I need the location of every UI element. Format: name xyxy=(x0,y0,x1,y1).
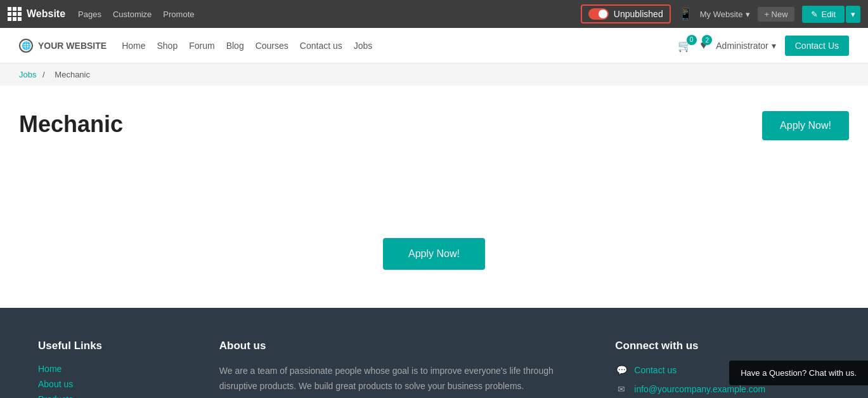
breadcrumb-jobs[interactable]: Jobs xyxy=(19,70,36,79)
admin-dropdown[interactable]: Administrator ▾ xyxy=(716,41,775,51)
apply-now-top-button[interactable]: Apply Now! xyxy=(762,111,849,140)
footer-links-list: Home About us Products Services Legal Co… xyxy=(38,364,181,398)
my-website-btn[interactable]: My Website ▾ xyxy=(700,10,751,19)
my-website-label: My Website xyxy=(700,10,743,19)
wishlist-badge: 2 xyxy=(702,35,712,45)
toggle-switch xyxy=(588,8,609,20)
chat-label: Have a Question? Chat with us. xyxy=(741,368,857,378)
site-logo-text: YOUR WEBSITE xyxy=(38,41,107,51)
footer-link-products[interactable]: Products xyxy=(38,394,181,398)
cart-badge: 0 xyxy=(687,35,697,45)
connect-email-link[interactable]: info@yourcompany.example.com xyxy=(634,384,765,394)
edit-label: Edit xyxy=(822,10,836,19)
connect-heading: Connect with us xyxy=(615,340,830,352)
nav-jobs[interactable]: Jobs xyxy=(354,41,373,51)
nav-blog[interactable]: Blog xyxy=(226,41,244,51)
breadcrumb-separator: / xyxy=(42,70,45,79)
admin-nav-promote[interactable]: Promote xyxy=(163,10,194,19)
admin-logo-text: Website xyxy=(27,8,65,20)
admin-nav-customize[interactable]: Customize xyxy=(113,10,152,19)
about-us-heading: About us xyxy=(219,340,578,352)
admin-label: Administrator xyxy=(716,41,768,51)
edit-dropdown-btn[interactable]: ▾ xyxy=(846,6,860,23)
useful-links-heading: Useful Links xyxy=(38,340,181,352)
footer-useful-links: Useful Links Home About us Products Serv… xyxy=(38,340,181,398)
site-menu: Home Shop Forum Blog Courses Contact us … xyxy=(122,41,677,51)
toggle-knob xyxy=(599,10,607,18)
unpublished-toggle[interactable]: Unpublished xyxy=(581,4,671,23)
nav-contact[interactable]: Contact us xyxy=(300,41,342,51)
pencil-icon: ✎ xyxy=(811,10,818,19)
admin-logo[interactable]: Website xyxy=(8,7,65,21)
job-title: Mechanic xyxy=(19,111,123,138)
footer-link-home[interactable]: Home xyxy=(38,364,181,374)
edit-btn[interactable]: ✎ Edit xyxy=(802,6,845,23)
site-actions: 🛒 0 ♥ 2 Administrator ▾ Contact Us xyxy=(678,36,849,56)
contact-us-button[interactable]: Contact Us xyxy=(785,36,849,56)
chat-icon: 💬 xyxy=(615,364,628,376)
footer-link-about[interactable]: About us xyxy=(38,379,181,389)
nav-courses[interactable]: Courses xyxy=(256,41,288,51)
apply-now-center-button[interactable]: Apply Now! xyxy=(383,238,485,270)
chat-widget[interactable]: Have a Question? Chat with us. xyxy=(729,361,868,385)
wishlist-icon[interactable]: ♥ 2 xyxy=(701,39,708,52)
email-icon: ✉ xyxy=(615,383,628,395)
site-logo[interactable]: 🌐 YOUR WEBSITE xyxy=(19,39,107,53)
nav-forum[interactable]: Forum xyxy=(189,41,214,51)
globe-icon: 🌐 xyxy=(19,39,33,53)
apply-center-section: Apply Now! xyxy=(0,225,868,308)
admin-nav-pages[interactable]: Pages xyxy=(78,10,101,19)
admin-bar: Website Pages Customize Promote Unpublis… xyxy=(0,0,868,28)
about-us-text1: We are a team of passionate people whose… xyxy=(219,364,578,394)
admin-nav: Pages Customize Promote xyxy=(78,10,194,19)
connect-contact-link[interactable]: Contact us xyxy=(634,365,677,375)
main-content: Mechanic Apply Now! xyxy=(0,86,868,225)
breadcrumb-current: Mechanic xyxy=(55,70,90,79)
new-label: + New xyxy=(764,10,787,19)
cart-icon[interactable]: 🛒 0 xyxy=(678,39,692,53)
nav-home[interactable]: Home xyxy=(122,41,145,51)
chevron-down-icon: ▾ xyxy=(746,10,750,19)
admin-bar-right: Unpublished 📱 My Website ▾ + New ✎ Edit … xyxy=(581,4,860,23)
admin-chevron-icon: ▾ xyxy=(772,41,776,51)
mobile-icon[interactable]: 📱 xyxy=(678,7,692,21)
breadcrumb: Jobs / Mechanic xyxy=(0,63,868,86)
footer-about-us: About us We are a team of passionate peo… xyxy=(219,340,578,398)
unpublished-label: Unpublished xyxy=(614,9,663,19)
grid-icon xyxy=(8,7,22,21)
nav-shop[interactable]: Shop xyxy=(157,41,178,51)
site-nav: 🌐 YOUR WEBSITE Home Shop Forum Blog Cour… xyxy=(0,28,868,63)
new-btn[interactable]: + New xyxy=(758,7,794,22)
